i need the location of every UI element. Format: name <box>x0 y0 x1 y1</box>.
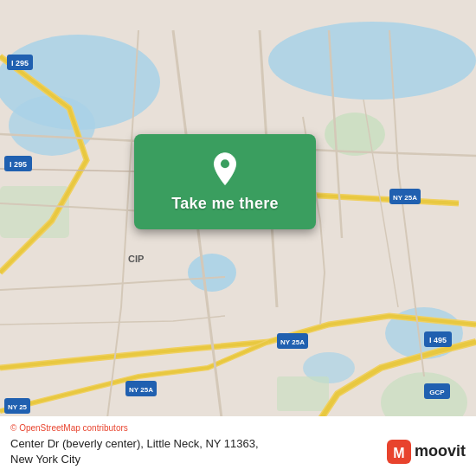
info-bar: © OpenStreetMap contributors Center Dr (… <box>0 416 476 476</box>
attribution: © OpenStreetMap contributors <box>10 423 466 433</box>
attribution-prefix: © <box>10 423 19 433</box>
svg-text:M: M <box>393 446 404 460</box>
svg-text:NY 25A: NY 25A <box>280 338 305 346</box>
address-line1: Center Dr (beverly center), Little Neck,… <box>10 437 259 450</box>
address-line2: New York City <box>10 453 80 466</box>
take-me-there-label[interactable]: Take me there <box>171 195 279 213</box>
map-svg: I 295 I 295 NY 25A NY 25A NY 25 NY 25A I… <box>0 0 476 476</box>
svg-rect-10 <box>277 376 329 411</box>
moovit-brand-name: moovit <box>415 442 466 460</box>
svg-text:NY 25A: NY 25A <box>129 386 153 394</box>
svg-text:I 495: I 495 <box>429 336 447 344</box>
address-text: Center Dr (beverly center), Little Neck,… <box>10 436 387 467</box>
moovit-logo: M moovit <box>387 440 466 464</box>
svg-text:CIP: CIP <box>128 254 144 264</box>
svg-text:I 295: I 295 <box>10 160 27 169</box>
svg-text:GCP: GCP <box>429 389 445 396</box>
svg-point-4 <box>188 254 236 292</box>
location-pin-icon <box>207 151 243 188</box>
svg-point-30 <box>221 159 229 168</box>
svg-text:NY 25: NY 25 <box>8 403 28 411</box>
map-container: I 295 I 295 NY 25A NY 25A NY 25 NY 25A I… <box>0 0 476 476</box>
navigation-button-container[interactable]: Take me there <box>134 134 316 229</box>
moovit-icon: M <box>387 440 411 464</box>
svg-text:I 295: I 295 <box>11 59 29 68</box>
openstreetmap-link[interactable]: OpenStreetMap <box>19 423 80 433</box>
attribution-suffix: contributors <box>80 423 128 433</box>
svg-text:NY 25A: NY 25A <box>393 194 417 202</box>
take-me-there-button[interactable]: Take me there <box>134 134 316 229</box>
svg-point-3 <box>268 22 476 100</box>
address-row: Center Dr (beverly center), Little Neck,… <box>10 436 466 467</box>
